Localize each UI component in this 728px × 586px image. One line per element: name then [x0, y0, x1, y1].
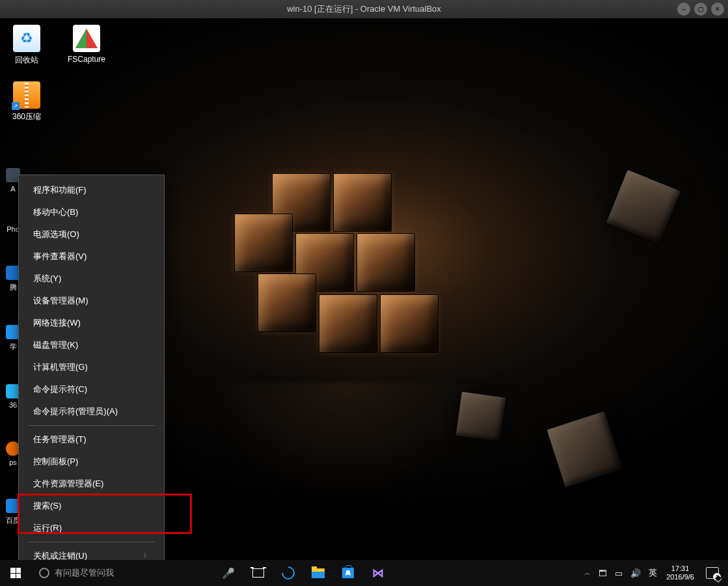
winx-item-power[interactable]: 电源选项(O)	[19, 223, 164, 245]
taskbar: 有问题尽管问我 🎤 ⋈ ︿ 🗔 ▭ 🔊 英 17:31 2016/9/6 1	[0, 560, 728, 586]
winx-item-devicemgr[interactable]: 设备管理器(M)	[19, 290, 164, 312]
winx-item-run[interactable]: 运行(R)	[19, 517, 164, 539]
winx-item-compmgr[interactable]: 计算机管理(G)	[19, 356, 164, 378]
winx-item-explorer[interactable]: 文件资源管理器(E)	[19, 473, 164, 495]
tray-battery-icon[interactable]: 🗔	[595, 568, 611, 578]
fscapture-icon	[73, 25, 100, 52]
winx-item-system[interactable]: 系统(Y)	[19, 268, 164, 290]
taskbar-visualstudio[interactable]: ⋈	[363, 560, 393, 586]
windows-logo-icon	[10, 568, 21, 578]
wallpaper-small-cube	[455, 391, 506, 442]
minimize-button[interactable]	[677, 3, 690, 16]
cortana-search-box[interactable]: 有问题尽管问我	[31, 560, 213, 586]
virtualbox-titlebar: win-10 [正在运行] - Oracle VM VirtualBox	[0, 0, 728, 18]
tray-network-icon[interactable]: ▭	[611, 568, 627, 578]
tray-ime[interactable]: 英	[645, 567, 661, 579]
system-tray: ︿ 🗔 ▭ 🔊 英 17:31 2016/9/6 1	[580, 560, 728, 586]
tray-clock[interactable]: 17:31 2016/9/6	[661, 565, 699, 581]
winx-item-mobility[interactable]: 移动中心(B)	[19, 201, 164, 223]
taskbar-pinned: ⋈	[243, 560, 393, 586]
desktop-icons: 回收站 FSCapture ↗ 360压缩	[7, 25, 107, 122]
desktop-icon-360zip[interactable]: ↗ 360压缩	[7, 81, 47, 122]
winx-item-network[interactable]: 网络连接(W)	[19, 312, 164, 334]
desktop[interactable]: 回收站 FSCapture ↗ 360压缩 A Pho 腾 学 36 ps 百度…	[0, 18, 728, 560]
icon-label: FSCapture	[68, 55, 105, 64]
recycle-bin-icon	[13, 25, 40, 52]
window-controls	[677, 3, 724, 16]
cortana-icon	[39, 568, 49, 578]
notification-badge: 1	[713, 573, 721, 581]
winx-item-controlpanel[interactable]: 控制面板(P)	[19, 451, 164, 473]
tray-overflow-button[interactable]: ︿	[580, 568, 595, 578]
start-button[interactable]	[0, 560, 31, 586]
winx-item-eventviewer[interactable]: 事件查看器(V)	[19, 245, 164, 268]
wallpaper-cube	[234, 168, 442, 376]
desktop-icon-fscapture[interactable]: FSCapture	[66, 25, 107, 66]
winx-item-cmd-admin[interactable]: 命令提示符(管理员)(A)	[19, 400, 164, 423]
taskview-button[interactable]	[243, 560, 273, 586]
edge-icon	[279, 564, 297, 582]
chevron-right-icon: 〉	[143, 551, 150, 560]
winx-item-search[interactable]: 搜索(S)	[19, 495, 164, 517]
taskbar-store[interactable]	[333, 560, 363, 586]
icon-label: 回收站	[15, 55, 38, 66]
store-icon	[342, 568, 354, 578]
clock-date: 2016/9/6	[666, 573, 694, 581]
wallpaper-small-cube	[546, 410, 624, 488]
menu-separator	[28, 425, 155, 426]
wallpaper-reflection	[195, 383, 494, 513]
action-center-button[interactable]: 1	[706, 567, 719, 579]
winx-item-cmd[interactable]: 命令提示符(C)	[19, 378, 164, 400]
taskview-icon	[252, 568, 264, 578]
menu-separator	[28, 542, 155, 542]
close-button[interactable]	[711, 3, 724, 16]
folder-icon	[312, 568, 325, 578]
zip-icon: ↗	[13, 81, 40, 109]
winx-item-programs[interactable]: 程序和功能(F)	[19, 179, 164, 201]
tray-volume-icon[interactable]: 🔊	[627, 568, 645, 578]
clock-time: 17:31	[666, 565, 694, 573]
window-title: win-10 [正在运行] - Oracle VM VirtualBox	[287, 3, 441, 15]
winx-item-shutdown[interactable]: 关机或注销(U) 〉	[19, 545, 164, 560]
shortcut-badge: ↗	[12, 102, 20, 110]
winx-context-menu: 程序和功能(F) 移动中心(B) 电源选项(O) 事件查看器(V) 系统(Y) …	[18, 174, 165, 560]
taskbar-edge[interactable]	[273, 560, 303, 586]
winx-item-taskmgr[interactable]: 任务管理器(T)	[19, 428, 164, 451]
desktop-icon-recycle-bin[interactable]: 回收站	[7, 25, 47, 66]
visualstudio-icon: ⋈	[372, 566, 384, 580]
maximize-button[interactable]	[694, 3, 707, 16]
wallpaper-small-cube	[605, 169, 681, 245]
search-placeholder: 有问题尽管问我	[55, 567, 114, 579]
winx-item-diskmgr[interactable]: 磁盘管理(K)	[19, 334, 164, 356]
microphone-icon[interactable]: 🎤	[213, 560, 243, 586]
icon-label: 360压缩	[12, 111, 41, 122]
taskbar-explorer[interactable]	[303, 560, 333, 586]
